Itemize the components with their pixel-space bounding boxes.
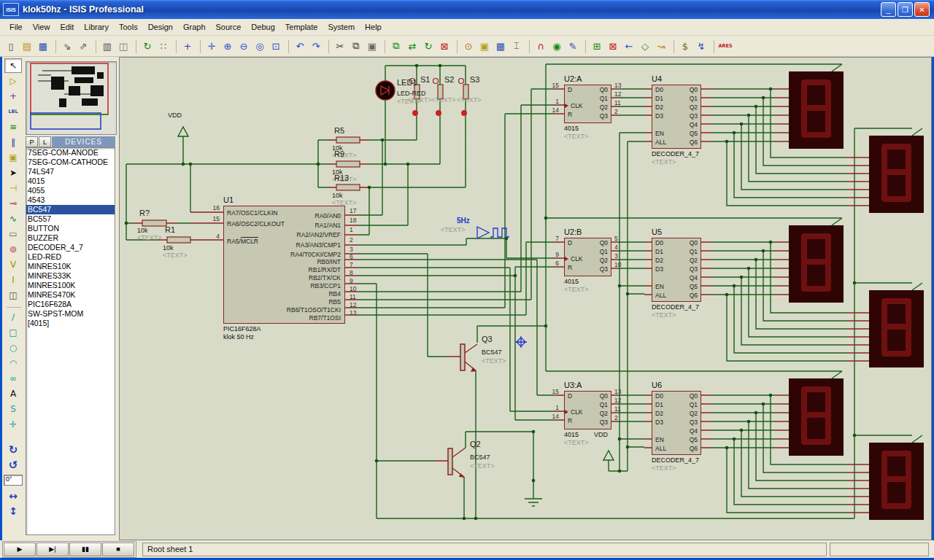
led-ref-label[interactable]: LED1 — [397, 79, 417, 86]
device-list-item[interactable]: BC547 — [26, 205, 115, 214]
generator-mode[interactable]: ⊚ — [4, 242, 22, 257]
component-mode[interactable]: ▷ — [4, 74, 22, 88]
device-list-item[interactable]: 7SEG-COM-CATHODE — [26, 158, 115, 167]
device-list-item[interactable]: MINRES33K — [26, 271, 115, 281]
play-button[interactable]: ▶ — [4, 542, 36, 556]
print-design[interactable]: ▥ — [99, 38, 115, 54]
close-button[interactable]: ✕ — [914, 2, 930, 17]
export-section[interactable]: ⇗ — [75, 38, 91, 54]
pan-centre[interactable]: ✛ — [204, 38, 220, 54]
clock-frequency-label[interactable]: 5Hz — [457, 217, 470, 225]
selection-pointer[interactable]: ↖ — [4, 58, 22, 73]
2d-path-mode[interactable]: ∞ — [4, 371, 22, 386]
inter-sheet-terminal-mode[interactable]: ⊣ — [4, 181, 22, 195]
seven-seg-display-6[interactable] — [869, 443, 924, 520]
netlist-to-ares[interactable]: ARES — [717, 38, 733, 54]
q2-ref-label[interactable]: Q2 — [470, 440, 481, 448]
r9-ref-label[interactable]: R9 — [334, 150, 344, 158]
wire-autorouter[interactable]: ∩ — [533, 38, 549, 54]
zoom-to-child[interactable]: ◇ — [637, 38, 653, 54]
cut[interactable]: ✂ — [332, 38, 348, 54]
device-list-item[interactable]: 4543 — [26, 195, 115, 205]
redraw-display[interactable]: ↻ — [139, 38, 155, 54]
device-list[interactable]: 7SEG-COM-ANODE7SEG-COM-CATHODE74LS474015… — [26, 147, 115, 535]
current-probe-mode[interactable]: I — [4, 273, 22, 287]
ic-u6-decoder[interactable]: U6 D0D1D2D3ENALL Q0Q1Q2Q3Q4Q5Q6 DECODER_… — [652, 391, 701, 455]
import-section[interactable]: ⇘ — [59, 38, 75, 54]
subcircuit-mode[interactable]: ▣ — [4, 150, 22, 165]
device-list-item[interactable]: MINRES470K — [26, 290, 115, 300]
packaging-tool[interactable]: ▦ — [493, 38, 509, 54]
2d-symbol-mode[interactable]: S — [4, 402, 22, 416]
mirror-horizontal[interactable]: ↔ — [4, 489, 22, 503]
2d-box-mode[interactable]: □ — [4, 325, 22, 340]
seven-seg-display-5[interactable] — [789, 378, 844, 456]
pick-device[interactable]: ⊙ — [460, 38, 476, 54]
zoom-all[interactable]: ◎ — [252, 38, 268, 54]
device-list-item[interactable]: BC557 — [26, 214, 115, 224]
device-list-item[interactable]: 7SEG-COM-ANODE — [26, 148, 115, 158]
block-rotate[interactable]: ↻ — [420, 38, 436, 54]
toggle-grid[interactable]: ∷ — [155, 38, 171, 54]
editing-canvas[interactable]: VDD VDD 5Hz <TEXT> U1 16RA7/OSC1/CLKIN15… — [119, 57, 932, 540]
overview-minimap[interactable] — [26, 61, 117, 135]
menu-item[interactable]: Template — [280, 20, 323, 34]
mark-output-area[interactable]: ◫ — [115, 38, 131, 54]
electrical-rule-check[interactable]: ↯ — [693, 38, 709, 54]
voltage-probe-mode[interactable]: V — [4, 257, 22, 272]
tape-recorder-mode[interactable]: ▭ — [4, 227, 22, 241]
redo[interactable]: ↷ — [308, 38, 324, 54]
rotation-angle-field[interactable]: 0° — [4, 475, 23, 486]
rotate-anticlockwise[interactable]: ↺ — [4, 458, 22, 472]
goto-sheet[interactable]: ← — [621, 38, 637, 54]
device-list-item[interactable]: MINRES10K — [26, 262, 115, 271]
menu-item[interactable]: Tools — [114, 20, 143, 34]
vdd2-terminal-label[interactable]: VDD — [594, 431, 608, 438]
2d-circle-mode[interactable]: ○ — [4, 341, 22, 355]
decompose[interactable]: ⌶ — [509, 38, 525, 54]
ic-u5-decoder[interactable]: U5 D0D1D2D3ENALL Q0Q1Q2Q3Q4Q5Q6 DECODER_… — [652, 238, 701, 302]
2d-marker-mode[interactable]: ✛ — [4, 417, 22, 432]
zoom-area[interactable]: ⊡ — [268, 38, 284, 54]
block-copy[interactable]: ⧉ — [388, 38, 404, 54]
block-move[interactable]: ⇄ — [404, 38, 420, 54]
vdd-terminal-label[interactable]: VDD — [168, 112, 182, 119]
menu-item[interactable]: System — [323, 20, 360, 34]
maximize-button[interactable]: ❒ — [898, 2, 913, 17]
s3-ref-label[interactable]: S3 — [470, 76, 479, 83]
q3-ref-label[interactable]: Q3 — [482, 335, 493, 343]
instant-edit-mode[interactable]: ➤ — [4, 166, 22, 180]
step-button[interactable]: ▶| — [36, 542, 69, 556]
menu-item[interactable]: Design — [143, 20, 178, 34]
device-list-item[interactable]: 74LS47 — [26, 167, 115, 176]
device-list-item[interactable]: DECODER_4_7 — [26, 243, 115, 252]
menu-item[interactable]: Source — [211, 20, 247, 34]
seven-seg-display-3[interactable] — [789, 225, 844, 303]
junction-dot-mode[interactable]: + — [4, 89, 22, 104]
rq-ref-label[interactable]: R? — [139, 209, 150, 217]
device-pins-mode[interactable]: ⊸ — [4, 196, 22, 211]
remove-sheet[interactable]: ⊠ — [605, 38, 621, 54]
seven-seg-display-2[interactable] — [869, 136, 924, 213]
r13-ref-label[interactable]: R13 — [334, 174, 349, 182]
graph-mode[interactable]: ∿ — [4, 211, 22, 226]
seven-seg-display-4[interactable] — [869, 290, 924, 368]
wire-label-mode[interactable]: LBL — [4, 104, 22, 119]
device-list-item[interactable]: [4015] — [26, 319, 115, 328]
library-button[interactable]: L — [39, 136, 51, 147]
ic-u2a-4015[interactable]: U2:A 15D1CLK14R Q013Q112Q211Q32 4015 <TE… — [564, 85, 611, 123]
device-list-item[interactable]: PIC16F628A — [26, 300, 115, 309]
zoom-in[interactable]: ⊕ — [220, 38, 236, 54]
device-list-item[interactable]: 4055 — [26, 186, 115, 195]
device-list-item[interactable]: LED-RED — [26, 252, 115, 262]
stop-button[interactable]: ■ — [102, 542, 134, 556]
new-document[interactable]: ▯ — [3, 38, 19, 54]
device-list-item[interactable]: BUZZER — [26, 233, 115, 243]
2d-line-mode[interactable]: ∕ — [4, 310, 22, 324]
paste[interactable]: ▣ — [364, 38, 380, 54]
menu-item[interactable]: Debug — [246, 20, 279, 34]
menu-item[interactable]: Edit — [55, 20, 79, 34]
zoom-out[interactable]: ⊖ — [236, 38, 252, 54]
block-delete[interactable]: ⊠ — [436, 38, 452, 54]
virtual-instruments-mode[interactable]: ◫ — [4, 288, 22, 303]
